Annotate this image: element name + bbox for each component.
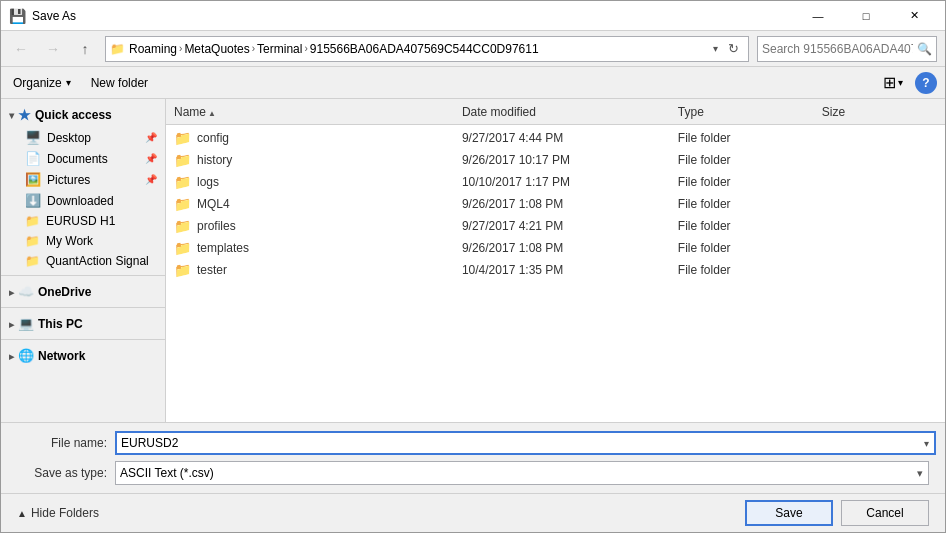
chevron-right-icon-pc <box>9 317 14 331</box>
col-header-type[interactable]: Type <box>678 105 822 119</box>
breadcrumb-metaquotes: MetaQuotes <box>184 42 249 56</box>
file-date: 10/4/2017 1:35 PM <box>462 263 678 277</box>
hide-folders-label: Hide Folders <box>31 506 99 520</box>
sidebar-eurusd-label: EURUSD H1 <box>46 214 115 228</box>
network-item[interactable]: Network <box>1 344 165 367</box>
back-button[interactable]: ← <box>9 37 33 61</box>
onedrive-label: OneDrive <box>38 285 91 299</box>
folder-icon <box>174 196 191 212</box>
file-name: profiles <box>197 219 236 233</box>
new-folder-button[interactable]: New folder <box>87 74 152 92</box>
mywork-folder-icon <box>25 234 40 248</box>
file-area: Name Date modified Type Size config 9/27… <box>166 99 945 422</box>
organize-label: Organize <box>13 76 62 90</box>
sidebar-downloaded-label: Downloaded <box>47 194 114 208</box>
sidebar-desktop-label: Desktop <box>47 131 91 145</box>
sidebar-item-documents[interactable]: Documents 📌 <box>1 148 165 169</box>
minimize-button[interactable]: — <box>795 6 841 26</box>
folder-icon <box>174 174 191 190</box>
hide-folders-button[interactable]: ▲ Hide Folders <box>17 506 99 520</box>
onedrive-item[interactable]: OneDrive <box>1 280 165 303</box>
forward-button[interactable]: → <box>41 37 65 61</box>
table-row[interactable]: templates 9/26/2017 1:08 PM File folder <box>166 237 945 259</box>
sidebar-divider-2 <box>1 307 165 308</box>
sidebar-item-mywork[interactable]: My Work <box>1 231 165 251</box>
help-button[interactable]: ? <box>915 72 937 94</box>
folder-icon <box>174 130 191 146</box>
file-date: 9/26/2017 1:08 PM <box>462 241 678 255</box>
folder-icon <box>174 218 191 234</box>
col-header-date[interactable]: Date modified <box>462 105 678 119</box>
file-name: templates <box>197 241 249 255</box>
folder-icon <box>174 240 191 256</box>
table-row[interactable]: MQL4 9/26/2017 1:08 PM File folder <box>166 193 945 215</box>
file-date: 9/27/2017 4:21 PM <box>462 219 678 233</box>
filename-row: File name: ▾ <box>17 431 929 455</box>
file-name: tester <box>197 263 227 277</box>
savetype-row: Save as type: ASCII Text (*.csv) CSV (*.… <box>17 461 929 485</box>
save-label: Save <box>775 506 802 520</box>
table-row[interactable]: history 9/26/2017 10:17 PM File folder <box>166 149 945 171</box>
col-header-size[interactable]: Size <box>822 105 937 119</box>
close-button[interactable]: ✕ <box>891 6 937 26</box>
sidebar-item-quantaction[interactable]: QuantAction Signal <box>1 251 165 271</box>
sort-arrow-icon <box>208 105 216 119</box>
file-name: logs <box>197 175 219 189</box>
filename-input[interactable] <box>115 431 936 455</box>
address-bar[interactable]: 📁 Roaming › MetaQuotes › Terminal › 9155… <box>105 36 749 62</box>
quick-access-star-icon: ★ <box>18 107 31 123</box>
search-box[interactable]: 🔍 <box>757 36 937 62</box>
title-bar-left: 💾 Save As <box>9 8 76 24</box>
refresh-button[interactable]: ↻ <box>722 38 744 60</box>
quick-access-header[interactable]: ★ Quick access <box>1 103 165 127</box>
search-icon: 🔍 <box>917 42 932 56</box>
breadcrumb-terminal: Terminal <box>257 42 302 56</box>
pictures-icon <box>25 172 41 187</box>
save-button[interactable]: Save <box>745 500 833 526</box>
breadcrumb-roaming: Roaming <box>129 42 177 56</box>
organize-button[interactable]: Organize ▾ <box>9 74 75 92</box>
eurusd-folder-icon <box>25 214 40 228</box>
table-row[interactable]: profiles 9/27/2017 4:21 PM File folder <box>166 215 945 237</box>
file-name: MQL4 <box>197 197 230 211</box>
sidebar-item-eurusd[interactable]: EURUSD H1 <box>1 211 165 231</box>
window-controls: — □ ✕ <box>795 6 937 26</box>
breadcrumb-sep2: › <box>252 43 255 54</box>
breadcrumb-hash: 915566BA06ADA407569C544CC0D97611 <box>310 42 539 56</box>
file-type: File folder <box>678 175 822 189</box>
footer-buttons: Save Cancel <box>745 500 929 526</box>
folder-icon <box>174 152 191 168</box>
savetype-wrapper: ASCII Text (*.csv) CSV (*.csv) Text (*.t… <box>115 461 929 485</box>
table-row[interactable]: config 9/27/2017 4:44 PM File folder <box>166 127 945 149</box>
address-dropdown-icon[interactable]: ▾ <box>713 43 718 54</box>
thispc-item[interactable]: This PC <box>1 312 165 335</box>
network-label: Network <box>38 349 85 363</box>
sidebar-item-downloaded[interactable]: Downloaded <box>1 190 165 211</box>
file-type: File folder <box>678 131 822 145</box>
pin-icon-pictures: 📌 <box>145 174 157 185</box>
view-dropdown-icon: ▾ <box>898 77 903 88</box>
sidebar-item-pictures[interactable]: Pictures 📌 <box>1 169 165 190</box>
table-row[interactable]: tester 10/4/2017 1:35 PM File folder <box>166 259 945 281</box>
table-row[interactable]: logs 10/10/2017 1:17 PM File folder <box>166 171 945 193</box>
col-name-label: Name <box>174 105 206 119</box>
sidebar-item-desktop[interactable]: Desktop 📌 <box>1 127 165 148</box>
address-folder-icon: 📁 <box>110 42 125 56</box>
sidebar: ★ Quick access Desktop 📌 Documents 📌 Pic… <box>1 99 166 422</box>
search-input[interactable] <box>762 42 913 56</box>
view-options[interactable]: ⊞ ▾ <box>883 73 903 92</box>
new-folder-label: New folder <box>91 76 148 90</box>
organize-dropdown-icon: ▾ <box>66 77 71 88</box>
quick-access-label: Quick access <box>35 108 112 122</box>
savetype-select[interactable]: ASCII Text (*.csv) CSV (*.csv) Text (*.t… <box>115 461 929 485</box>
sidebar-divider-3 <box>1 339 165 340</box>
file-list: config 9/27/2017 4:44 PM File folder his… <box>166 125 945 422</box>
up-button[interactable]: ↑ <box>73 37 97 61</box>
cancel-label: Cancel <box>866 506 903 520</box>
pin-icon-desktop: 📌 <box>145 132 157 143</box>
action-bar: Organize ▾ New folder ⊞ ▾ ? <box>1 67 945 99</box>
file-type: File folder <box>678 263 822 277</box>
cancel-button[interactable]: Cancel <box>841 500 929 526</box>
maximize-button[interactable]: □ <box>843 6 889 26</box>
col-header-name[interactable]: Name <box>174 105 462 119</box>
